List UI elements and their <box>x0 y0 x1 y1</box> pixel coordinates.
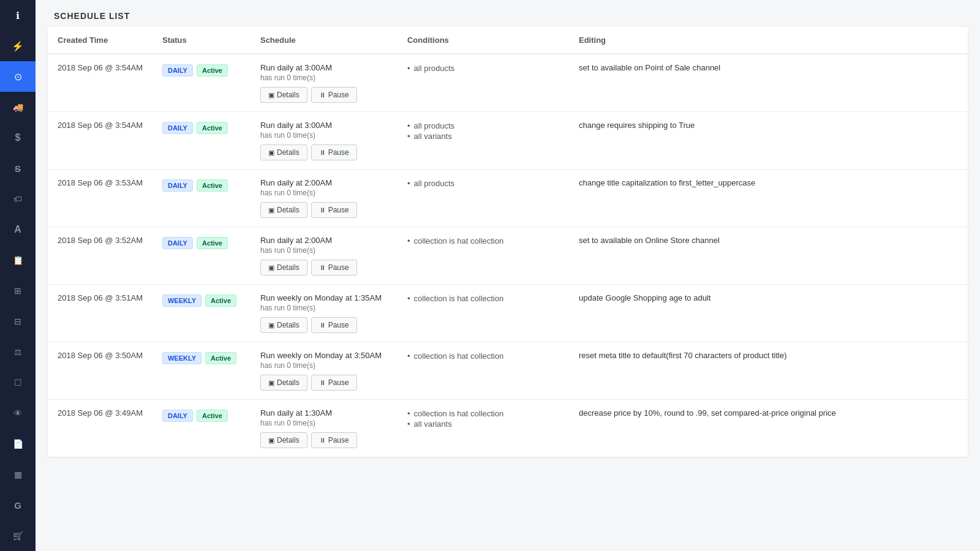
pause-button[interactable]: ⏸ Pause <box>311 202 357 218</box>
table-row: 2018 Sep 06 @ 3:54AMDAILYActiveRun daily… <box>48 112 968 170</box>
notes-icon[interactable]: 📄 <box>0 429 36 459</box>
pause-icon: ⏸ <box>319 149 326 156</box>
schedule-line1: Run daily at 2:00AM <box>260 236 388 245</box>
status-badge: Active <box>205 294 236 307</box>
cart-icon[interactable]: 🛒 <box>0 520 36 551</box>
schedule-line1: Run weekly on Monday at 1:35AM <box>260 293 388 302</box>
schedule-run-count: has run 0 time(s) <box>260 361 388 370</box>
schedule-cell: Run daily at 2:00AMhas run 0 time(s)▣ De… <box>251 227 398 285</box>
details-button[interactable]: ▣ Details <box>260 317 307 333</box>
pause-icon: ⏸ <box>319 437 326 444</box>
condition-item: all variants <box>407 419 559 429</box>
status-cell: DAILYActive <box>153 54 251 112</box>
table-row: 2018 Sep 06 @ 3:50AMWEEKLYActiveRun week… <box>48 342 968 400</box>
circle-icon[interactable]: ⊙ <box>0 61 36 92</box>
condition-item: all products <box>407 178 559 189</box>
created-time-value: 2018 Sep 06 @ 3:51AM <box>58 293 143 302</box>
editing-cell: update Google Shopping age to adult <box>569 285 968 342</box>
eye-icon[interactable]: 👁 <box>0 398 36 429</box>
box-icon[interactable]: ☐ <box>0 367 36 398</box>
schedule-line1: Run daily at 1:30AM <box>260 408 388 418</box>
scale-icon[interactable]: ⚖ <box>0 337 36 367</box>
status-badge: Active <box>205 352 236 364</box>
text-a-icon[interactable]: A <box>0 214 36 245</box>
g-icon[interactable]: G <box>0 490 36 520</box>
pause-icon: ⏸ <box>319 379 326 386</box>
editing-cell: change title capitalization to first_let… <box>569 170 968 227</box>
details-icon: ▣ <box>268 321 274 329</box>
editing-cell: set to available on Online Store channel <box>569 227 968 285</box>
strikethrough-icon[interactable]: S <box>0 153 36 184</box>
conditions-cell: collection is hat collection <box>398 285 569 342</box>
created-time-value: 2018 Sep 06 @ 3:49AM <box>58 408 143 418</box>
pause-icon: ⏸ <box>319 264 326 271</box>
col-header-schedule: Schedule <box>251 27 398 54</box>
pause-button[interactable]: ⏸ Pause <box>311 260 357 276</box>
created-time-cell: 2018 Sep 06 @ 3:51AM <box>48 285 153 342</box>
condition-item: collection is hat collection <box>407 351 559 361</box>
condition-item: collection is hat collection <box>407 293 559 304</box>
schedule-run-count: has run 0 time(s) <box>260 73 388 82</box>
status-cell: DAILYActive <box>153 227 251 285</box>
created-time-cell: 2018 Sep 06 @ 3:54AM <box>48 54 153 112</box>
frequency-badge: DAILY <box>162 237 193 249</box>
details-button[interactable]: ▣ Details <box>260 375 307 391</box>
frequency-badge: DAILY <box>162 122 193 134</box>
details-button[interactable]: ▣ Details <box>260 202 307 218</box>
details-button[interactable]: ▣ Details <box>260 260 307 276</box>
details-button[interactable]: ▣ Details <box>260 432 307 448</box>
status-badge: Active <box>197 122 228 134</box>
table-header-row: Created Time Status Schedule Conditions … <box>48 27 968 54</box>
details-icon: ▣ <box>268 149 274 157</box>
pause-button[interactable]: ⏸ Pause <box>311 87 357 103</box>
details-icon: ▣ <box>268 91 274 99</box>
sidebar: ℹ ⚡ ⊙ 🚚 $ S 🏷 A 📋 ⊞ ⊟ ⚖ ☐ 👁 📄 ▦ G 🛒 <box>0 0 36 551</box>
frequency-badge: WEEKLY <box>162 294 202 307</box>
schedule-line1: Run daily at 2:00AM <box>260 178 388 187</box>
created-time-cell: 2018 Sep 06 @ 3:49AM <box>48 400 153 457</box>
created-time-cell: 2018 Sep 06 @ 3:54AM <box>48 112 153 170</box>
schedule-cell: Run daily at 3:00AMhas run 0 time(s)▣ De… <box>251 54 398 112</box>
conditions-cell: all products <box>398 170 569 227</box>
info-icon[interactable]: ℹ <box>0 0 36 31</box>
created-time-cell: 2018 Sep 06 @ 3:52AM <box>48 227 153 285</box>
schedule-cell: Run daily at 1:30AMhas run 0 time(s)▣ De… <box>251 400 398 457</box>
pause-button[interactable]: ⏸ Pause <box>311 375 357 391</box>
page-title: SCHEDULE LIST <box>54 11 962 21</box>
editing-cell: change requires shipping to True <box>569 112 968 170</box>
lightning-icon[interactable]: ⚡ <box>0 31 36 61</box>
condition-item: all products <box>407 63 559 73</box>
conditions-cell: all products <box>398 54 569 112</box>
editing-cell: reset meta title to default(first 70 cha… <box>569 342 968 400</box>
created-time-value: 2018 Sep 06 @ 3:54AM <box>58 63 143 72</box>
schedule-table: Created Time Status Schedule Conditions … <box>48 27 968 457</box>
document-icon[interactable]: 📋 <box>0 245 36 276</box>
table-row: 2018 Sep 06 @ 3:53AMDAILYActiveRun daily… <box>48 170 968 227</box>
schedule-run-count: has run 0 time(s) <box>260 304 388 312</box>
dollar-icon[interactable]: $ <box>0 122 36 153</box>
table-row: 2018 Sep 06 @ 3:51AMWEEKLYActiveRun week… <box>48 285 968 342</box>
schedule-cell: Run weekly on Monday at 1:35AMhas run 0 … <box>251 285 398 342</box>
details-icon: ▣ <box>268 437 274 444</box>
conditions-cell: all productsall variants <box>398 112 569 170</box>
status-badge: Active <box>197 410 228 422</box>
details-button[interactable]: ▣ Details <box>260 87 307 103</box>
schedule-cell: Run daily at 3:00AMhas run 0 time(s)▣ De… <box>251 112 398 170</box>
details-button[interactable]: ▣ Details <box>260 144 307 160</box>
grid-icon[interactable]: ⊞ <box>0 276 36 306</box>
status-cell: DAILYActive <box>153 170 251 227</box>
pause-button[interactable]: ⏸ Pause <box>311 432 357 448</box>
pause-icon: ⏸ <box>319 321 326 329</box>
created-time-cell: 2018 Sep 06 @ 3:53AM <box>48 170 153 227</box>
tag-icon[interactable]: 🏷 <box>0 184 36 214</box>
pause-button[interactable]: ⏸ Pause <box>311 317 357 333</box>
truck-icon[interactable]: 🚚 <box>0 92 36 122</box>
barcode-icon[interactable]: ▦ <box>0 459 36 490</box>
schedule-table-container: Created Time Status Schedule Conditions … <box>48 27 968 457</box>
condition-item: collection is hat collection <box>407 236 559 246</box>
table-icon[interactable]: ⊟ <box>0 306 36 337</box>
frequency-badge: DAILY <box>162 410 193 422</box>
table-row: 2018 Sep 06 @ 3:52AMDAILYActiveRun daily… <box>48 227 968 285</box>
pause-button[interactable]: ⏸ Pause <box>311 144 357 160</box>
schedule-line1: Run daily at 3:00AM <box>260 63 388 72</box>
